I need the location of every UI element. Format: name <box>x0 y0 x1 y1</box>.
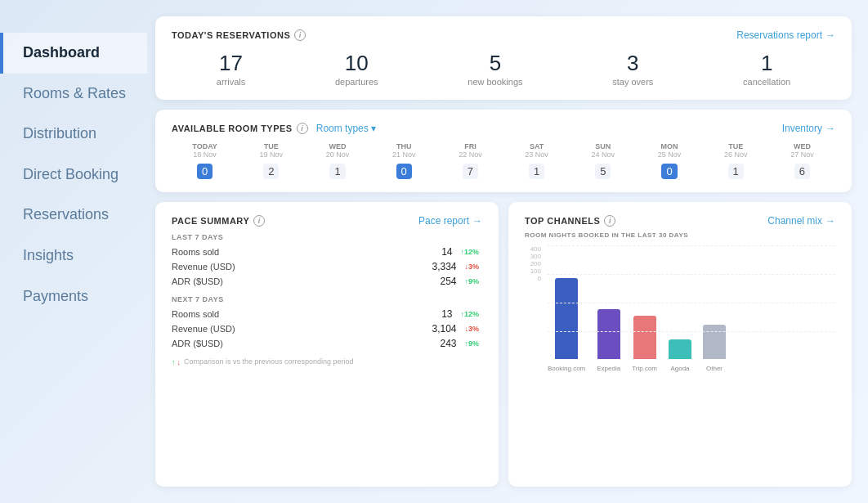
date-num: 23 Nov <box>503 150 570 159</box>
date-day: FRI <box>437 142 503 150</box>
pace-report-link[interactable]: Pace report → <box>418 215 482 227</box>
pace-value: 14 <box>441 246 452 258</box>
sidebar-item-dashboard[interactable]: Dashboard <box>0 33 147 74</box>
sidebar-item-reservations[interactable]: Reservations <box>0 195 147 236</box>
sidebar-item-payments[interactable]: Payments <box>0 276 147 317</box>
room-type-dropdown[interactable]: Room types ▾ <box>316 123 376 134</box>
bar-label: Trip.com <box>632 365 657 372</box>
pace-badge: ↑9% <box>461 276 482 286</box>
channels-title: TOP CHANNELS i <box>525 215 615 227</box>
next7-section: NEXT 7 DAYS <box>172 295 482 303</box>
date-num: 25 Nov <box>636 150 702 159</box>
pace-info-icon[interactable]: i <box>253 215 265 227</box>
date-value: 2 <box>263 164 279 179</box>
pace-row: ADR ($USD) 254 ↑9% <box>172 274 482 289</box>
top-channels-card: TOP CHANNELS i Channel mix → ROOM NIGHTS… <box>508 202 852 487</box>
date-num: 21 Nov <box>371 150 437 159</box>
sidebar-item-distribution[interactable]: Distribution <box>0 114 147 155</box>
date-num: 20 Nov <box>304 150 370 159</box>
pace-value: 13 <box>441 308 452 320</box>
date-day: THU <box>371 142 437 150</box>
bar <box>633 316 656 359</box>
date-col: SUN 24 Nov 5 <box>570 142 636 179</box>
sidebar-item-insights[interactable]: Insights <box>0 236 147 276</box>
sidebar-item-direct-booking[interactable]: Direct Booking <box>0 155 147 195</box>
pace-footnote: ↑ ↓ Comparison is vs the previous corres… <box>172 357 482 366</box>
bottom-row: PACE SUMMARY i Pace report → LAST 7 DAYS… <box>155 202 852 487</box>
bar-item: Booking.com <box>548 278 585 372</box>
pace-title: PACE SUMMARY i <box>172 215 265 227</box>
pace-row: Revenue (USD) 3,334 ↓3% <box>172 259 482 274</box>
y-axis: 4003002001000 <box>525 245 835 282</box>
sidebar: Dashboard Rooms & Rates Distribution Dir… <box>0 0 147 503</box>
pace-value: 3,334 <box>432 261 456 272</box>
bar-label: Agoda <box>670 365 689 372</box>
date-col: TODAY 18 Nov 0 <box>172 142 238 179</box>
bar-label: Expedia <box>597 365 620 372</box>
date-value: 1 <box>529 164 544 179</box>
sidebar-item-rooms-rates[interactable]: Rooms & Rates <box>0 74 147 115</box>
date-value: 1 <box>329 164 345 179</box>
bar <box>597 309 620 359</box>
pace-label: Revenue (USD) <box>172 324 235 334</box>
channels-info-icon[interactable]: i <box>604 215 615 227</box>
pace-row: Rooms sold 13 ↑12% <box>172 307 482 321</box>
date-col: TUE 19 Nov 2 <box>238 142 304 179</box>
pace-badge: ↑9% <box>461 339 482 348</box>
date-value: 1 <box>728 164 744 179</box>
date-day: SAT <box>503 142 570 150</box>
date-value: 0 <box>197 164 213 179</box>
bar <box>669 339 691 359</box>
date-day: WED <box>769 142 835 150</box>
date-value: 6 <box>794 164 810 179</box>
reservations-title: TODAY'S RESERVATIONS i <box>172 29 306 41</box>
chart-subtitle: ROOM NIGHTS BOOKED IN THE LAST 30 DAYS <box>525 231 835 239</box>
bar-label: Booking.com <box>548 365 585 372</box>
last7-section: LAST 7 DAYS <box>172 233 482 241</box>
room-types-info-icon[interactable]: i <box>297 123 308 134</box>
date-col: THU 21 Nov 0 <box>371 142 437 179</box>
bar-chart-container: 4003002001000 Booking.com Expedia Trip.c… <box>525 245 835 360</box>
bar-item: Expedia <box>597 309 620 372</box>
date-num: 27 Nov <box>769 150 835 159</box>
date-col: FRI 22 Nov 7 <box>437 142 503 179</box>
room-types-title: AVAILABLE ROOM TYPES i <box>172 123 308 134</box>
pace-label: ADR ($USD) <box>172 339 223 348</box>
pace-badge: ↑12% <box>457 247 482 257</box>
y-label: 100 <box>525 267 541 275</box>
date-col: WED 27 Nov 6 <box>769 142 835 179</box>
new-bookings-stat: 5 new bookings <box>468 52 522 87</box>
date-day: TODAY <box>172 142 238 150</box>
y-label: 300 <box>525 253 541 260</box>
main-content: TODAY'S RESERVATIONS i Reservations repo… <box>147 0 868 503</box>
date-col: SAT 23 Nov 1 <box>503 142 570 179</box>
bar <box>555 278 578 359</box>
departures-stat: 10 departures <box>335 52 378 87</box>
bar <box>703 325 726 359</box>
date-day: SUN <box>570 142 636 150</box>
bar-item: Other <box>703 325 726 372</box>
pace-badge: ↑12% <box>457 309 482 319</box>
date-day: TUE <box>238 142 304 150</box>
room-types-card: AVAILABLE ROOM TYPES i Room types ▾ Inve… <box>155 110 852 192</box>
date-num: 19 Nov <box>238 150 304 159</box>
pace-badge: ↓3% <box>461 262 482 272</box>
pace-row: Revenue (USD) 3,104 ↓3% <box>172 321 482 336</box>
inventory-link[interactable]: Inventory → <box>782 123 835 134</box>
bar-item: Trip.com <box>632 316 657 372</box>
stay-overs-stat: 3 stay overs <box>612 52 653 87</box>
date-num: 22 Nov <box>437 150 503 159</box>
date-col: MON 25 Nov 0 <box>636 142 702 179</box>
arrow-down-icon: ↓ <box>177 358 181 366</box>
date-col: WED 20 Nov 1 <box>304 142 370 179</box>
channel-mix-link[interactable]: Channel mix → <box>767 215 835 227</box>
date-num: 26 Nov <box>703 150 769 159</box>
date-day: TUE <box>703 142 769 150</box>
pace-value: 243 <box>440 338 456 349</box>
reservations-report-link[interactable]: Reservations report → <box>736 29 835 41</box>
bar-item: Agoda <box>669 339 691 372</box>
bar-label: Other <box>706 365 723 372</box>
date-day: MON <box>636 142 702 150</box>
reservations-info-icon[interactable]: i <box>294 29 306 41</box>
date-num: 24 Nov <box>570 150 636 159</box>
